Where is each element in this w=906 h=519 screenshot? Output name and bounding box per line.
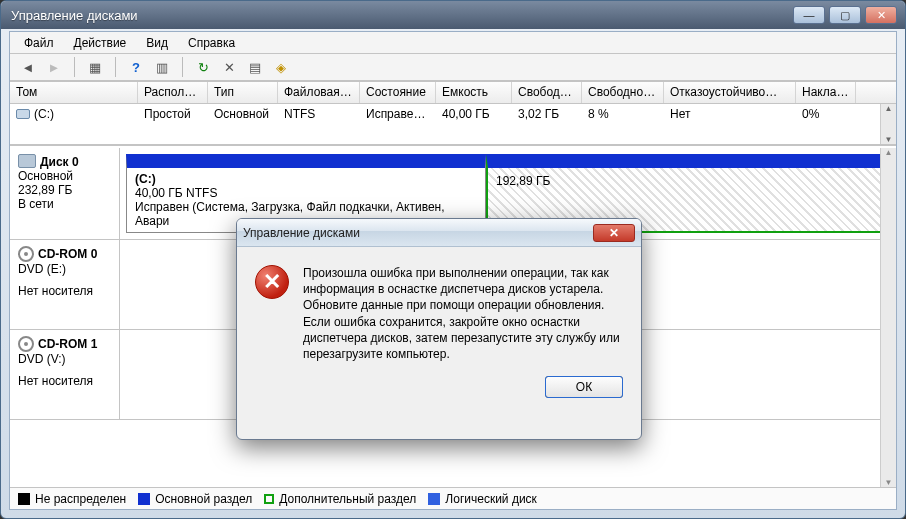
disk-icon: [18, 154, 36, 168]
forward-button[interactable]: ►: [44, 57, 64, 77]
action-icon[interactable]: ◈: [271, 57, 291, 77]
cd-icon: [18, 336, 34, 352]
col-capacity[interactable]: Емкость: [436, 82, 512, 103]
menu-action[interactable]: Действие: [64, 34, 137, 52]
disk0-name: Диск 0: [40, 155, 79, 169]
cd0-name: CD-ROM 0: [38, 247, 97, 261]
legend-swatch-extended: [264, 494, 274, 504]
calendar-icon[interactable]: ▥: [152, 57, 172, 77]
volume-fs: NTFS: [278, 106, 360, 122]
part-c-size: 40,00 ГБ NTFS: [135, 186, 477, 200]
column-headers[interactable]: Том Располо… Тип Файловая с… Состояние Е…: [10, 82, 896, 104]
volume-row[interactable]: (C:) Простой Основной NTFS Исправен… 40,…: [10, 104, 896, 124]
cd1-status: Нет носителя: [18, 374, 111, 388]
menubar: Файл Действие Вид Справка: [10, 32, 896, 54]
error-dialog: Управление дисками ✕ ✕ Произошла ошибка …: [236, 218, 642, 440]
col-free[interactable]: Свобод…: [512, 82, 582, 103]
col-type[interactable]: Тип: [208, 82, 278, 103]
volume-list[interactable]: Том Располо… Тип Файловая с… Состояние Е…: [10, 82, 896, 146]
legend-swatch-primary: [138, 493, 150, 505]
map-scrollbar[interactable]: ▲▼: [880, 148, 896, 487]
close-button[interactable]: ✕: [865, 6, 897, 24]
refresh-icon[interactable]: ↻: [193, 57, 213, 77]
disk0-size: 232,89 ГБ: [18, 183, 111, 197]
volume-type: Основной: [208, 106, 278, 122]
volume-free: 3,02 ГБ: [512, 106, 582, 122]
col-fault[interactable]: Отказоустойчиво…: [664, 82, 796, 103]
cd0-status: Нет носителя: [18, 284, 111, 298]
properties-icon[interactable]: ▤: [245, 57, 265, 77]
col-layout[interactable]: Располо…: [138, 82, 208, 103]
maximize-button[interactable]: ▢: [829, 6, 861, 24]
dialog-titlebar[interactable]: Управление дисками ✕: [237, 219, 641, 247]
volume-free-pct: 8 %: [582, 106, 664, 122]
volume-capacity: 40,00 ГБ: [436, 106, 512, 122]
titlebar[interactable]: Управление дисками — ▢ ✕: [1, 1, 905, 29]
list-scrollbar[interactable]: ▲▼: [880, 104, 896, 144]
cd0-info: CD-ROM 0 DVD (E:) Нет носителя: [10, 240, 120, 329]
cd1-name: CD-ROM 1: [38, 337, 97, 351]
legend-primary: Основной раздел: [155, 492, 252, 506]
volume-icon: [16, 109, 30, 119]
menu-view[interactable]: Вид: [136, 34, 178, 52]
col-filesystem[interactable]: Файловая с…: [278, 82, 360, 103]
delete-icon[interactable]: ✕: [219, 57, 239, 77]
cd-icon: [18, 246, 34, 262]
volume-layout: Простой: [138, 106, 208, 122]
minimize-button[interactable]: —: [793, 6, 825, 24]
back-button[interactable]: ◄: [18, 57, 38, 77]
menu-file[interactable]: Файл: [14, 34, 64, 52]
legend-extended: Дополнительный раздел: [279, 492, 416, 506]
help-icon[interactable]: ?: [126, 57, 146, 77]
legend-unallocated: Не распределен: [35, 492, 126, 506]
cd1-mount: DVD (V:): [18, 352, 111, 366]
part-c-label: (C:): [135, 172, 156, 186]
col-volume[interactable]: Том: [10, 82, 138, 103]
volume-name: (C:): [34, 107, 54, 121]
menu-help[interactable]: Справка: [178, 34, 245, 52]
legend: Не распределен Основной раздел Дополните…: [10, 487, 896, 509]
volume-overhead: 0%: [796, 106, 856, 122]
error-icon: ✕: [255, 265, 289, 299]
volume-status: Исправен…: [360, 106, 436, 122]
volume-fault: Нет: [664, 106, 796, 122]
disk0-info: Диск 0 Основной 232,89 ГБ В сети: [10, 148, 120, 239]
col-status[interactable]: Состояние: [360, 82, 436, 103]
view-list-icon[interactable]: ▦: [85, 57, 105, 77]
legend-swatch-unallocated: [18, 493, 30, 505]
part-unalloc-size: 192,89 ГБ: [496, 174, 878, 188]
dialog-close-button[interactable]: ✕: [593, 224, 635, 242]
col-free-pct[interactable]: Свободно %: [582, 82, 664, 103]
disk0-type: Основной: [18, 169, 111, 183]
dialog-message: Произошла ошибка при выполнении операции…: [303, 265, 623, 362]
cd1-info: CD-ROM 1 DVD (V:) Нет носителя: [10, 330, 120, 419]
legend-swatch-logical: [428, 493, 440, 505]
dialog-title: Управление дисками: [243, 226, 593, 240]
disk0-status: В сети: [18, 197, 111, 211]
cd0-mount: DVD (E:): [18, 262, 111, 276]
col-overhead[interactable]: Накладны…: [796, 82, 856, 103]
legend-logical: Логический диск: [445, 492, 537, 506]
ok-button[interactable]: ОК: [545, 376, 623, 398]
window-title: Управление дисками: [7, 8, 793, 23]
toolbar: ◄ ► ▦ ? ▥ ↻ ✕ ▤ ◈: [10, 54, 896, 82]
